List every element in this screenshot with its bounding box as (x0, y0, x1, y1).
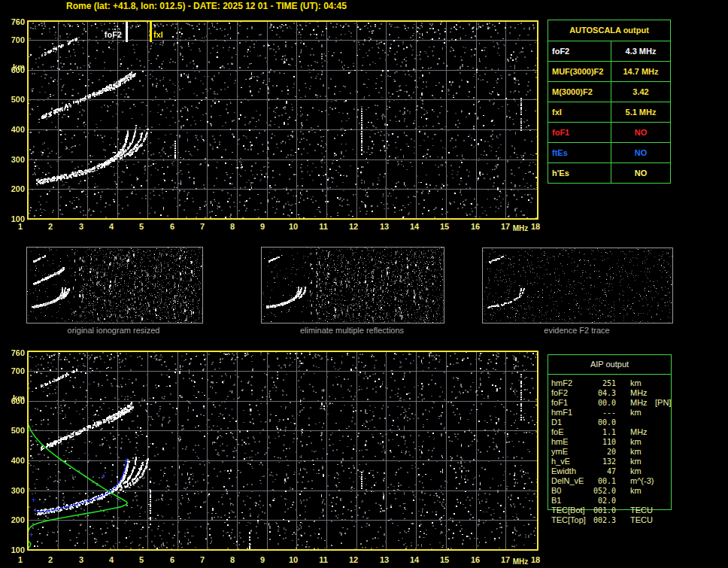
y-axis-tick-label: 200 (2, 515, 25, 524)
row-unit: km (616, 486, 651, 496)
x-axis-tick-label: 3 (74, 222, 89, 231)
x-axis-tick-label: 9 (255, 222, 270, 231)
row-extra (651, 378, 679, 388)
row-value: NO (611, 123, 670, 142)
row-label: hmE (551, 437, 587, 447)
y-axis-tick-label: 700 (2, 35, 25, 44)
autoscala-table: AUTOSCALA output foF24.3 MHzMUF(3000)F21… (548, 20, 671, 184)
row-unit (616, 496, 651, 506)
fof2-marker-label: foF2 (95, 30, 122, 39)
row-extra (651, 466, 679, 476)
row-label: B0 (551, 486, 587, 496)
row-value: --- (587, 408, 616, 418)
y-axis-tick-label: 700 (2, 366, 25, 375)
row-extra (651, 515, 679, 525)
x-axis-tick-label: 15 (437, 222, 452, 231)
thumbnail-caption-original: original ionogram resized (23, 326, 204, 336)
x-axis-tick-label: 7 (195, 555, 210, 564)
top-ionogram-canvas (27, 20, 538, 220)
x-axis-tick-label: 11 (316, 555, 331, 564)
x-axis-tick-label: 16 (468, 555, 483, 564)
row-unit: MHz (616, 388, 651, 398)
row-label: TEC[Top] (551, 515, 587, 525)
x-axis-tick-label: 7 (195, 222, 210, 231)
y-axis-unit-label: km (2, 62, 25, 71)
row-label: B1 (551, 496, 587, 506)
row-extra (651, 388, 679, 398)
row-unit: km (616, 378, 651, 388)
row-label: M(3000)F2 (548, 82, 611, 102)
table-row: B0052.0km (548, 486, 679, 496)
x-axis-tick-label: 13 (377, 555, 392, 564)
x-axis-unit-label: MHz (510, 224, 531, 232)
row-value: 251 (587, 378, 616, 388)
table-row: foF24.3 MHz (548, 41, 670, 61)
x-axis-tick-label: 10 (286, 555, 301, 564)
row-label: hmF2 (551, 378, 587, 388)
table-row: ymE20km (548, 447, 679, 457)
row-value: NO (611, 143, 670, 163)
row-label: foF1 (551, 398, 587, 408)
row-label: fxI (548, 102, 611, 122)
aip-table-rows: hmF2251kmfoF204.3MHzfoF100.0MHz[PN]hmF1-… (548, 378, 679, 525)
y-axis-tick-label: 400 (2, 456, 25, 465)
row-extra (651, 457, 679, 466)
table-row: ftEsNO (548, 142, 670, 163)
x-axis-tick-label: 12 (346, 555, 361, 564)
row-label: D1 (551, 418, 587, 427)
table-row: hmF1---km (548, 408, 679, 418)
row-extra (651, 506, 679, 515)
row-unit: TECU (616, 515, 651, 525)
x-axis-tick-label: 14 (407, 222, 422, 231)
row-label: foF1 (548, 123, 611, 142)
row-extra: [PN] (651, 398, 679, 408)
row-unit: km (616, 437, 651, 447)
table-row: B102.0 (548, 496, 679, 506)
thumbnail-eliminate-reflections (261, 247, 444, 323)
row-value: 5.1 MHz (611, 102, 670, 122)
x-axis-tick-label: 15 (437, 555, 452, 564)
row-extra (651, 447, 679, 457)
row-extra (651, 476, 679, 486)
y-axis-tick-label: 760 (2, 348, 25, 357)
row-value: 002.3 (587, 515, 616, 525)
row-unit (616, 418, 651, 427)
x-axis-tick-label: 4 (104, 555, 119, 564)
row-label: Ewidth (551, 466, 587, 476)
page-title: Rome (lat: +41.8, lon: 012.5) - DATE: 20… (66, 1, 347, 11)
row-unit: TECU (616, 506, 651, 515)
x-axis-tick-label: 11 (316, 222, 331, 231)
aip-table-header: AIP output (548, 355, 671, 375)
table-row: MUF(3000)F214.7 MHz (548, 61, 670, 81)
row-extra (651, 408, 679, 418)
x-axis-tick-label: 1 (13, 222, 28, 231)
row-label: foE (551, 427, 587, 437)
row-label: DelN_vE (551, 476, 587, 486)
row-label: ftEs (548, 143, 611, 163)
table-row: TEC[Top]002.3TECU (548, 515, 679, 525)
x-axis-tick-label: 6 (165, 555, 180, 564)
row-value: 132 (587, 457, 616, 466)
x-axis-tick-label: 14 (407, 555, 422, 564)
table-row: h_vE132km (548, 457, 679, 466)
row-extra (651, 437, 679, 447)
fxi-marker-label: fxI (153, 30, 176, 39)
row-extra (651, 486, 679, 496)
x-axis-tick-label: 6 (165, 222, 180, 231)
row-extra (651, 427, 679, 437)
y-axis-tick-label: 200 (2, 184, 25, 193)
row-unit: m^(-3) (616, 476, 651, 486)
y-axis-tick-label: 100 (2, 545, 25, 554)
table-row: DelN_vE00.1m^(-3) (548, 476, 679, 486)
row-value: 052.0 (587, 486, 616, 496)
autoscala-app-window: Rome (lat: +41.8, lon: 012.5) - DATE: 20… (0, 0, 728, 568)
row-unit: MHz (616, 427, 651, 437)
y-axis-tick-label: 500 (2, 426, 25, 435)
x-axis-tick-label: 8 (225, 555, 240, 564)
thumbnail-caption-evidence: evidence F2 trace (487, 326, 667, 336)
row-unit: km (616, 466, 651, 476)
table-row: foF204.3MHz (548, 388, 679, 398)
y-axis-tick-label: 400 (2, 125, 25, 134)
row-value: 00.0 (587, 398, 616, 408)
x-axis-tick-label: 2 (43, 222, 58, 231)
